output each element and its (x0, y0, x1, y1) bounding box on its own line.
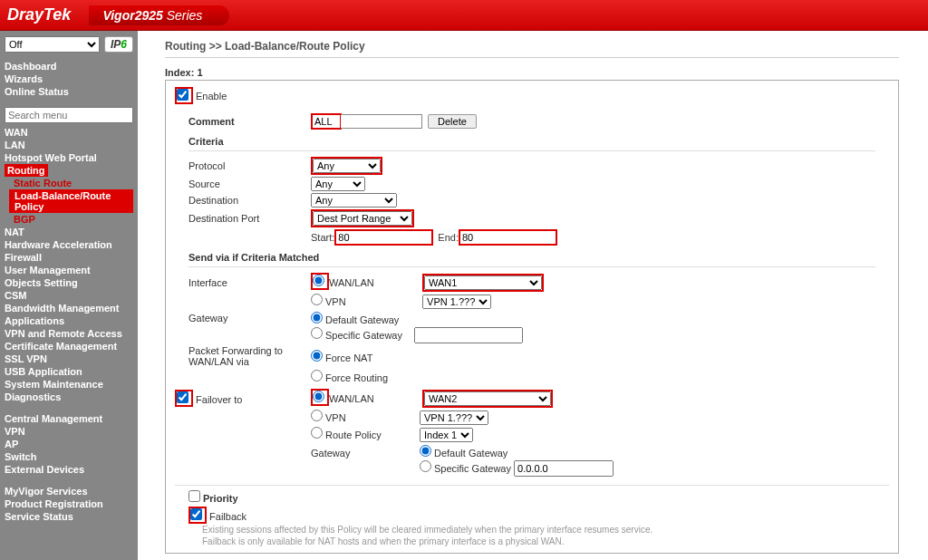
port-end-input[interactable] (460, 231, 556, 244)
policy-panel: Enable Comment Delete Criteria ProtocolA… (165, 80, 899, 554)
menu-bgp[interactable]: BGP (5, 213, 133, 226)
send-header: Send via if Criteria Matched (188, 252, 889, 263)
dest-port-select[interactable]: Dest Port Range (313, 211, 412, 226)
end-label: End: (438, 232, 459, 243)
menu-load-balance-route-policy[interactable]: Load-Balance/Route Policy (9, 189, 133, 213)
menu-central-ap[interactable]: AP (5, 438, 133, 450)
criteria-header: Criteria (188, 136, 889, 147)
menu-diag[interactable]: Diagnostics (5, 391, 133, 403)
menu-static-route[interactable]: Static Route (5, 177, 133, 189)
failback-note2: Failback is only available for NAT hosts… (175, 536, 889, 547)
failback-checkbox[interactable] (190, 508, 202, 520)
menu-ssl-vpn[interactable]: SSL VPN (5, 352, 133, 365)
failover-vpn-radio[interactable] (311, 410, 323, 421)
series-banner: Vigor2925 Series (89, 5, 229, 25)
menu-wizards[interactable]: Wizards (5, 72, 133, 85)
gw-default-label: Default Gateway (325, 314, 399, 325)
sidebar: Off IP6 Dashboard Wizards Online Status … (0, 31, 138, 560)
fo-gw-specific-label: Specific Gateway (434, 463, 511, 474)
menu-nat[interactable]: NAT (5, 226, 133, 238)
menu-dashboard[interactable]: Dashboard (5, 60, 133, 72)
packet-fwd-label: Packet Forwarding to WAN/LAN via (175, 345, 311, 367)
menu-ext-devices[interactable]: External Devices (5, 463, 133, 476)
failover-wan-select[interactable]: WAN2 (424, 391, 551, 406)
source-label: Source (175, 179, 311, 189)
app-header: DrayTek Vigor2925 Series (0, 0, 928, 31)
menu-central-switch[interactable]: Switch (5, 450, 133, 463)
menu-cert-mgmt[interactable]: Certificate Management (5, 340, 133, 352)
menu-myvigor[interactable]: MyVigor Services (5, 485, 133, 497)
menu-user-mgmt[interactable]: User Management (5, 264, 133, 276)
failover-wanlan-radio[interactable] (313, 391, 324, 402)
interface-vpn-radio[interactable] (311, 294, 323, 305)
destination-label: Destination (175, 195, 311, 206)
failback-note1: Existing sessions affected by this Polic… (175, 524, 889, 536)
menu-csm[interactable]: CSM (5, 289, 133, 302)
menu-vpn-remote[interactable]: VPN and Remote Access (5, 327, 133, 340)
menu-svc-status[interactable]: Service Status (5, 510, 133, 523)
protocol-label: Protocol (175, 160, 311, 171)
menu-online-status[interactable]: Online Status (5, 85, 133, 98)
protocol-select[interactable]: Any (313, 159, 381, 173)
dest-port-label: Destination Port (175, 213, 311, 224)
menu-objects[interactable]: Objects Setting (5, 276, 133, 289)
failover-label: Failover to (196, 394, 242, 405)
source-select[interactable]: Any (311, 177, 365, 191)
fo-gw-default-label: Default Gateway (434, 448, 508, 459)
fo-wanlan-label: WAN/LAN (329, 393, 374, 404)
index-label: Index: 1 (165, 67, 899, 78)
menu-apps[interactable]: Applications (5, 314, 133, 327)
ipv6-button[interactable]: IP6 (104, 36, 133, 53)
menu-firewall[interactable]: Firewall (5, 251, 133, 264)
force-routing-radio[interactable] (311, 370, 323, 381)
menu-bw-mgmt[interactable]: Bandwidth Management (5, 302, 133, 314)
menu-routing[interactable]: Routing (5, 164, 48, 177)
fo-rp-label: Route Policy (325, 430, 382, 440)
failback-label: Failback (209, 511, 246, 522)
failover-rp-select[interactable]: Index 1 (420, 428, 473, 442)
failover-gw-specific-input[interactable] (514, 460, 614, 477)
fo-gw-label: Gateway (311, 448, 420, 459)
comment-input-rest[interactable] (341, 114, 422, 129)
menu-usb-app[interactable]: USB Application (5, 365, 133, 378)
enable-checkbox[interactable] (177, 89, 188, 101)
menu-product-reg[interactable]: Product Registration (5, 497, 133, 510)
port-start-input[interactable] (336, 231, 431, 244)
breadcrumb: Routing >> Load-Balance/Route Policy (165, 40, 899, 58)
main-content: Routing >> Load-Balance/Route Policy Ind… (138, 31, 926, 560)
menu-central-vpn[interactable]: VPN (5, 425, 133, 438)
force-nat-radio[interactable] (311, 350, 323, 362)
gateway-specific-radio[interactable] (311, 327, 323, 339)
failover-gw-specific-radio[interactable] (420, 460, 431, 472)
gateway-specific-input[interactable] (414, 327, 523, 343)
search-input[interactable] (5, 107, 133, 123)
interface-label: Interface (175, 277, 311, 288)
delete-button[interactable]: Delete (428, 114, 477, 129)
menu-hotspot[interactable]: Hotspot Web Portal (5, 151, 133, 164)
enable-label: Enable (196, 91, 227, 101)
priority-label: Priority (203, 493, 238, 504)
comment-input[interactable] (313, 115, 340, 128)
failover-gw-default-radio[interactable] (420, 445, 431, 457)
vpn-label: VPN (325, 296, 346, 307)
menu-hw-accel[interactable]: Hardware Acceleration (5, 238, 133, 251)
fo-vpn-label: VPN (325, 412, 346, 423)
menu-lan[interactable]: LAN (5, 139, 133, 151)
failover-vpn-select[interactable]: VPN 1.??? (420, 410, 488, 425)
mode-select[interactable]: Off (5, 36, 100, 53)
start-label: Start: (311, 232, 334, 243)
menu-sys-maint[interactable]: System Maintenance (5, 378, 133, 391)
failover-rp-radio[interactable] (311, 427, 323, 439)
brand-logo: DrayTek (7, 5, 71, 24)
menu-wan[interactable]: WAN (5, 126, 133, 139)
failover-checkbox[interactable] (177, 391, 188, 403)
gw-specific-label: Specific Gateway (325, 330, 402, 341)
destination-select[interactable]: Any (311, 193, 397, 208)
menu-central-mgmt[interactable]: Central Management (5, 412, 133, 425)
interface-wan-select[interactable]: WAN1 (424, 275, 542, 290)
force-nat-label: Force NAT (325, 352, 372, 363)
priority-checkbox[interactable] (188, 490, 200, 502)
interface-wanlan-radio[interactable] (313, 275, 324, 286)
gateway-default-radio[interactable] (311, 312, 323, 323)
interface-vpn-select[interactable]: VPN 1.??? (422, 294, 491, 309)
